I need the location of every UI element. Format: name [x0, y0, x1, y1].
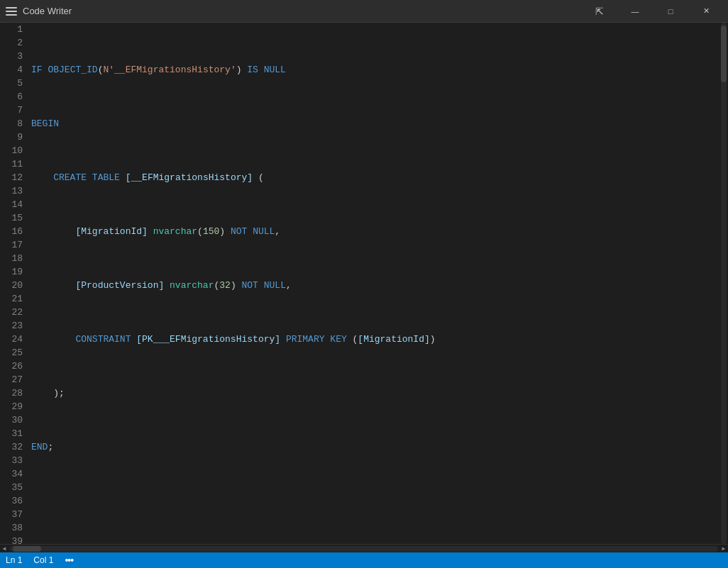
line-num-11: 11 [0, 157, 23, 171]
minimize-button[interactable]: — [619, 0, 651, 23]
scroll-left-button[interactable]: ◀ [0, 545, 9, 553]
line-num-34: 34 [0, 467, 23, 481]
line-num-35: 35 [0, 481, 23, 494]
scrollbar-thumb[interactable] [721, 26, 727, 82]
code-line-4: [MigrationId] nvarchar(150) NOT NULL, [31, 225, 719, 238]
line-num-39: 39 [0, 535, 23, 544]
line-num-30: 30 [0, 413, 23, 427]
code-line-1: IF OBJECT_ID(N'__EFMigrationsHistory') I… [31, 63, 719, 77]
line-num-33: 33 [0, 454, 23, 467]
code-line-5: [ProductVersion] nvarchar(32) NOT NULL, [31, 279, 719, 292]
app-window: Code Writer ⇱ — □ ✕ 1 2 3 4 5 6 7 8 9 10… [0, 0, 728, 568]
line-num-21: 21 [0, 292, 23, 306]
line-num-5: 5 [0, 77, 23, 90]
code-line-7: ); [31, 386, 719, 400]
line-num-26: 26 [0, 360, 23, 373]
code-content: IF OBJECT_ID(N'__EFMigrationsHistory') I… [31, 23, 719, 544]
line-num-16: 16 [0, 225, 23, 238]
line-num-8: 8 [0, 117, 23, 130]
maximize-button[interactable]: □ [654, 0, 687, 23]
title-bar-left: Code Writer [6, 6, 72, 17]
app-title: Code Writer [23, 6, 72, 16]
line-num-28: 28 [0, 386, 23, 400]
editor-body: 1 2 3 4 5 6 7 8 9 10 11 12 13 14 15 16 1… [0, 23, 728, 544]
h-scroll-track[interactable] [10, 546, 718, 552]
scroll-right-button[interactable]: ▶ [719, 545, 728, 553]
h-scroll-thumb[interactable] [13, 546, 41, 552]
line-num-32: 32 [0, 440, 23, 454]
status-dots[interactable]: ••• [65, 555, 73, 566]
line-num-38: 38 [0, 521, 23, 535]
line-num-24: 24 [0, 333, 23, 346]
line-num-2: 2 [0, 36, 23, 50]
line-num-25: 25 [0, 346, 23, 360]
line-num-10: 10 [0, 144, 23, 157]
line-num-6: 6 [0, 90, 23, 104]
status-line: Ln 1 [6, 555, 22, 565]
code-line-8: END; [31, 440, 719, 454]
status-bar-left: Ln 1 Col 1 ••• [6, 555, 73, 566]
status-bar: Ln 1 Col 1 ••• [0, 552, 728, 568]
line-num-29: 29 [0, 400, 23, 413]
line-num-20: 20 [0, 279, 23, 292]
line-num-22: 22 [0, 306, 23, 319]
editor-main: 1 2 3 4 5 6 7 8 9 10 11 12 13 14 15 16 1… [0, 23, 728, 568]
line-num-9: 9 [0, 130, 23, 144]
code-line-3: CREATE TABLE [__EFMigrationsHistory] ( [31, 171, 719, 184]
line-num-13: 13 [0, 184, 23, 198]
code-line-9 [31, 494, 719, 508]
horizontal-scrollbar[interactable]: ◀ ▶ [0, 544, 728, 552]
line-numbers: 1 2 3 4 5 6 7 8 9 10 11 12 13 14 15 16 1… [0, 23, 28, 544]
title-bar-right: ⇱ — □ ✕ [583, 0, 722, 23]
line-num-3: 3 [0, 50, 23, 63]
scrollbar-track[interactable] [721, 23, 727, 544]
line-num-18: 18 [0, 252, 23, 265]
line-num-15: 15 [0, 211, 23, 225]
line-num-19: 19 [0, 265, 23, 279]
line-num-17: 17 [0, 238, 23, 252]
title-bar: Code Writer ⇱ — □ ✕ [0, 0, 728, 23]
hamburger-icon[interactable] [6, 6, 17, 17]
line-num-12: 12 [0, 171, 23, 184]
code-line-2: BEGIN [31, 117, 719, 130]
status-col: Col 1 [33, 555, 53, 565]
code-editor[interactable]: IF OBJECT_ID(N'__EFMigrationsHistory') I… [28, 23, 719, 544]
line-num-7: 7 [0, 104, 23, 117]
line-num-1: 1 [0, 23, 23, 36]
line-num-4: 4 [0, 63, 23, 77]
line-num-27: 27 [0, 373, 23, 386]
close-button[interactable]: ✕ [690, 0, 722, 23]
vertical-scrollbar[interactable] [719, 23, 728, 544]
restore-button[interactable]: ⇱ [583, 0, 616, 23]
line-num-23: 23 [0, 319, 23, 333]
code-line-6: CONSTRAINT [PK___EFMigrationsHistory] PR… [31, 333, 719, 346]
line-num-36: 36 [0, 494, 23, 508]
line-num-37: 37 [0, 508, 23, 521]
line-num-31: 31 [0, 427, 23, 440]
line-num-14: 14 [0, 198, 23, 211]
